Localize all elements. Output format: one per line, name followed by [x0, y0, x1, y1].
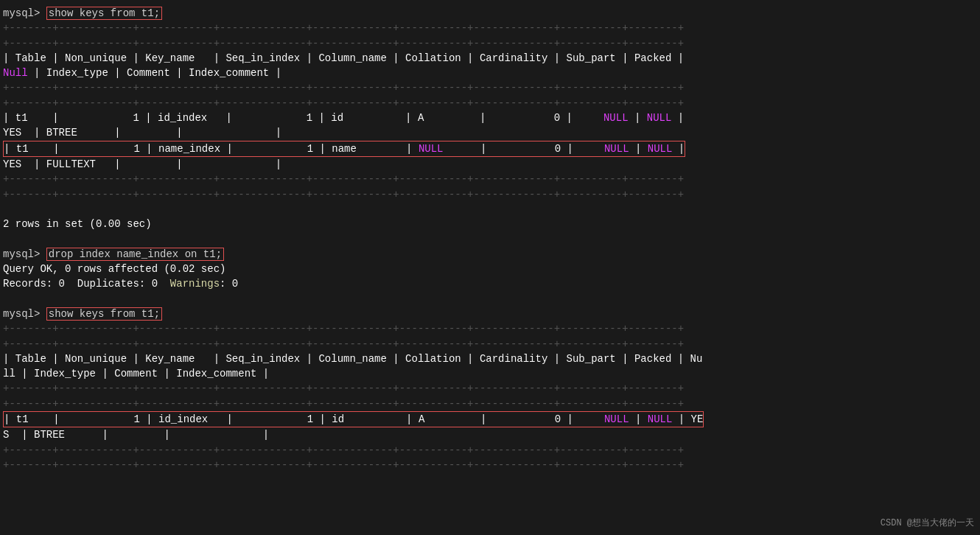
line-sep6b: +-------+------------+------------+-----… — [3, 458, 977, 472]
row3-highlight: | t1 | 1 | id_index | 1 | id | A | 0 | N… — [3, 411, 704, 427]
line-header: | Table | Non_unique | Key_name | Seq_in… — [3, 51, 977, 66]
line-rowcount1: 2 rows in set (0.00 sec) — [3, 217, 977, 231]
line-sep2b: +-------+------------+------------+-----… — [3, 96, 977, 111]
command-show-keys-2: show keys from t1; — [46, 307, 162, 321]
line-header3: | Table | Non_unique | Key_name | Seq_in… — [3, 352, 977, 366]
line-sep3: +-------+------------+------------+-----… — [3, 172, 977, 186]
line-sep4: +-------+------------+------------+-----… — [3, 321, 977, 336]
line-show-keys2: mysql> show keys from t1; — [3, 307, 977, 321]
line-sep1: +-------+------------+------------+-----… — [3, 21, 977, 35]
watermark: CSDN @想当大佬的一天 — [881, 517, 974, 529]
line-sep4b: +-------+------------+------------+-----… — [3, 337, 977, 352]
line-1: mysql> show keys from t1; — [3, 6, 977, 21]
line-sep3b: +-------+------------+------------+-----… — [3, 187, 977, 202]
row2-highlight: | t1 | 1 | name_index | 1 | name | NULL … — [3, 141, 685, 157]
line-empty1 — [3, 202, 977, 217]
line-sep5: +-------+------------+------------+-----… — [3, 381, 977, 396]
line-row1a: | t1 | 1 | id_index | 1 | id | A | 0 | N… — [3, 111, 977, 125]
line-sep6: +-------+------------+------------+-----… — [3, 443, 977, 458]
terminal: mysql> show keys from t1; +-------+-----… — [0, 0, 980, 535]
line-row2-wrap: | t1 | 1 | name_index | 1 | name | NULL … — [3, 141, 977, 157]
line-row1b: YES | BTREE | | | — [3, 125, 977, 140]
line-empty3 — [3, 292, 977, 307]
line-row3b: S | BTREE | | | — [3, 427, 977, 442]
line-header2: Null | Index_type | Comment | Index_comm… — [3, 66, 977, 80]
line-row2b: YES | FULLTEXT | | | — [3, 157, 977, 172]
command-drop-index: drop index name_index on t1; — [46, 248, 224, 261]
line-header4: ll | Index_type | Comment | Index_commen… — [3, 366, 977, 381]
line-records: Records: 0 Duplicates: 0 Warnings: 0 — [3, 276, 977, 291]
line-sep2: +-------+------------+------------+-----… — [3, 80, 977, 95]
line-sep5b: +-------+------------+------------+-----… — [3, 396, 977, 411]
command-show-keys-1: show keys from t1; — [46, 7, 162, 20]
line-row3-wrap: | t1 | 1 | id_index | 1 | id | A | 0 | N… — [3, 411, 977, 427]
line-drop-cmd: mysql> drop index name_index on t1; — [3, 247, 977, 262]
line-sep1b: +-------+------------+------------+-----… — [3, 36, 977, 51]
line-empty2 — [3, 231, 977, 246]
line-query-ok: Query OK, 0 rows affected (0.02 sec) — [3, 262, 977, 276]
